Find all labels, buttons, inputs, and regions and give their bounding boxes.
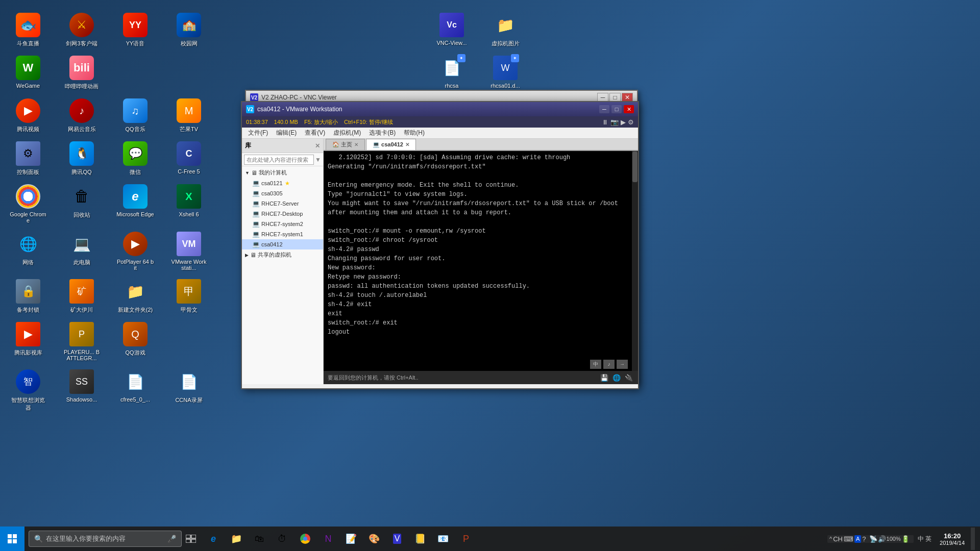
vm-play-icon[interactable]: ▶ xyxy=(621,118,626,126)
icon-mango[interactable]: M 芒果TV xyxy=(168,98,209,134)
tree-item-my-computer[interactable]: ▼ 🖥 我的计算机 xyxy=(242,167,323,178)
tree-item-rhce7-desktop[interactable]: 💻 RHCE7-Desktop xyxy=(242,209,323,219)
terminal-display[interactable]: 2.120252] sd 7:0:0:0: [sda] Assuming dri… xyxy=(324,151,638,371)
icon-rhcsa[interactable]: 📄 ✦ rhcsa xyxy=(431,56,472,89)
vmware-restore-button[interactable]: □ xyxy=(611,105,622,113)
icon-tencent-video[interactable]: ▶ 腾讯视频 xyxy=(8,98,48,134)
taskbar-edge-icon[interactable]: e xyxy=(202,528,225,550)
icon-my-pc[interactable]: 💻 此电脑 xyxy=(61,232,102,271)
tree-item-csa0412[interactable]: 💻 csa0412 xyxy=(242,239,323,249)
taskbar-paint-icon[interactable]: 🎨 xyxy=(363,528,385,550)
vm-pause-icon[interactable]: ⏸ xyxy=(602,118,608,126)
vm-snapshot-icon[interactable]: 📷 xyxy=(610,118,619,126)
icon-school[interactable]: 🏫 校园网 xyxy=(168,13,209,48)
tree-item-rhce7-system1[interactable]: 💻 RHCE7-system1 xyxy=(242,229,323,239)
taskbar-outlook-icon[interactable]: 📧 xyxy=(432,528,454,550)
icon-kuang[interactable]: 矿 矿大伊川 xyxy=(61,279,102,314)
ime-sound-button[interactable]: ♪ xyxy=(603,360,615,369)
ime-chinese-button[interactable]: 中 xyxy=(590,360,601,369)
icon-wegame[interactable]: W WeGame xyxy=(8,56,48,91)
taskbar-note2-icon[interactable]: 📝 xyxy=(340,528,362,550)
search-dropdown-icon[interactable]: ▼ xyxy=(315,156,321,163)
icon-sword3[interactable]: ⚔ 剑网3客户端 xyxy=(61,13,102,48)
icon-tencent-video2[interactable]: ▶ 腾讯影视库 xyxy=(8,322,48,362)
icon-yy[interactable]: YY YY语音 xyxy=(115,13,156,48)
sidebar-close-button[interactable]: ✕ xyxy=(315,142,320,149)
vmware-minimize-button[interactable]: ─ xyxy=(599,105,609,113)
icon-qqmusic[interactable]: ♫ QQ音乐 xyxy=(115,98,156,134)
icon-control-panel[interactable]: ⚙ 控制面板 xyxy=(8,141,48,177)
icon-shadowsocks[interactable]: SS Shadowso... xyxy=(61,369,102,412)
mic-icon[interactable]: 🎤 xyxy=(167,535,176,543)
icon-vnc-desktop[interactable]: Vc VNC-View... xyxy=(431,13,472,48)
icon-cfree[interactable]: C C-Free 5 xyxy=(168,141,209,177)
systray-expand-button[interactable]: ^ xyxy=(829,536,832,542)
vm-hdd-icon[interactable]: 💾 xyxy=(599,372,609,383)
vmware-workstation-window[interactable]: V2 csa0412 - VMware Workstation ─ □ ✕ 01… xyxy=(241,101,639,389)
menu-vm[interactable]: 虚拟机(M) xyxy=(329,128,365,138)
icon-douyu[interactable]: 🐟 斗鱼直播 xyxy=(8,13,48,48)
icon-zhijia[interactable]: 智 智慧联想浏览器 xyxy=(8,369,48,412)
task-view-button[interactable] xyxy=(182,528,200,550)
icon-new-folder[interactable]: 📁 新建文件夹(2) xyxy=(115,279,156,314)
tab-home[interactable]: 🏠 主页 ✕ xyxy=(326,139,365,150)
systray-keyboard-icon[interactable]: ⌨ xyxy=(844,535,853,543)
icon-recycle[interactable]: 🗑 回收站 xyxy=(61,184,102,224)
menu-edit[interactable]: 编辑(E) xyxy=(272,128,301,138)
taskbar-history-icon[interactable]: ⏱ xyxy=(271,528,293,550)
icon-potplayer[interactable]: ▶ PotPlayer 64 bit xyxy=(115,232,156,271)
terminal-scrollbar[interactable] xyxy=(632,151,638,371)
icon-network[interactable]: 🌐 网络 xyxy=(8,232,48,271)
tab-home-close[interactable]: ✕ xyxy=(354,142,358,147)
vm-network-icon[interactable]: 🌐 xyxy=(611,372,622,383)
icon-vmware[interactable]: VM VMware Workstati... xyxy=(168,232,209,271)
systray-cn-icon[interactable]: CH xyxy=(833,535,843,543)
vm-settings-icon[interactable]: ⚙ xyxy=(628,118,634,126)
taskbar-powerpoint-icon[interactable]: P xyxy=(455,528,477,550)
taskbar-note3-icon[interactable]: 📒 xyxy=(409,528,431,550)
tree-item-csa0305[interactable]: 💻 csa0305 xyxy=(242,188,323,198)
icon-rhcsa01[interactable]: W ✦ rhcsa01.d... xyxy=(485,56,526,89)
icon-ccna[interactable]: 📄 CCNA录屏 xyxy=(168,369,209,412)
icon-chrome[interactable]: Google Chrome xyxy=(8,184,48,224)
menu-help[interactable]: 帮助(H) xyxy=(400,128,429,138)
menu-view[interactable]: 查看(V) xyxy=(301,128,329,138)
icon-qq[interactable]: 🐧 腾讯QQ xyxy=(61,141,102,177)
taskbar-file-explorer-icon[interactable]: 📁 xyxy=(225,528,248,550)
start-button[interactable] xyxy=(0,527,24,551)
show-desktop-button[interactable] xyxy=(971,528,975,550)
vmware-close-button[interactable]: ✕ xyxy=(624,105,634,113)
sidebar-search-input[interactable] xyxy=(244,155,314,165)
taskbar-vnc-icon[interactable]: V xyxy=(386,528,408,550)
systray-im-icon[interactable]: A xyxy=(854,535,861,543)
icon-neteasy[interactable]: ♪ 网易云音乐 xyxy=(61,98,102,134)
tree-item-shared-vms[interactable]: ▶ 🖥 共享的虚拟机 xyxy=(242,249,323,260)
taskbar-store-icon[interactable]: 🛍 xyxy=(248,528,271,550)
taskbar-chrome-icon[interactable] xyxy=(294,528,316,550)
scrollbar-thumb[interactable] xyxy=(632,152,638,182)
taskbar-onenote-icon[interactable]: N xyxy=(317,528,339,550)
icon-pubg[interactable]: P PLAYERU... BATTLEGR... xyxy=(61,322,102,362)
icon-edge[interactable]: e Microsoft Edge xyxy=(115,184,156,224)
icon-bilibili[interactable]: bili 哔哩哔哩动画 xyxy=(61,56,102,91)
ime-arrow-button[interactable]: → xyxy=(617,360,628,369)
icon-xshell[interactable]: X Xshell 6 xyxy=(168,184,209,224)
menu-tabs[interactable]: 选项卡(B) xyxy=(365,128,400,138)
time-date-display[interactable]: 16:20 2019/4/14 xyxy=(936,531,969,547)
vm-usb-icon[interactable]: 🔌 xyxy=(624,372,634,383)
systray-network2-icon[interactable]: 📡 xyxy=(869,535,877,543)
systray-battery-icon[interactable]: 🔋 xyxy=(901,535,910,543)
tree-item-rhce7-server[interactable]: 💻 RHCE7-Server xyxy=(242,198,323,209)
icon-wechat[interactable]: 💬 微信 xyxy=(115,141,156,177)
tree-item-csa0121[interactable]: 💻 csa0121 ★ xyxy=(242,178,323,188)
icon-exam-lock[interactable]: 🔒 备考封锁 xyxy=(8,279,48,314)
tree-item-rhce7-system2[interactable]: 💻 RHCE7-system2 xyxy=(242,219,323,229)
input-method-indicator[interactable]: 中 英 xyxy=(916,535,934,543)
icon-cfree5-0[interactable]: 📄 cfree5_0_... xyxy=(115,369,156,412)
systray-volume-icon[interactable]: 🔊 xyxy=(878,535,886,543)
icon-vmimg-desktop[interactable]: 📁 虚拟机图片 xyxy=(485,13,526,48)
taskbar-search[interactable]: 🔍 在这里输入你要搜索的内容 🎤 xyxy=(29,531,182,547)
icon-qqgame[interactable]: Q QQ游戏 xyxy=(115,322,156,362)
icon-jiaguwen[interactable]: 甲 甲骨文 xyxy=(168,279,209,314)
tab-csa0412-close[interactable]: ✕ xyxy=(405,142,409,147)
